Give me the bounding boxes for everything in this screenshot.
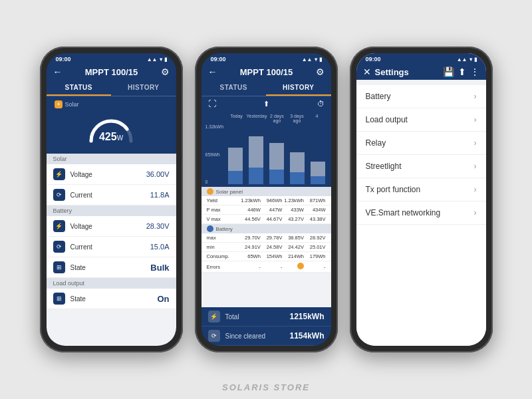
vmax-2days: 43.27V — [282, 216, 304, 222]
yield-yesterday: 946Wh — [261, 198, 283, 203]
settings-button-2[interactable]: ⚙ — [316, 66, 325, 77]
status-icons-1: ▲▲ ▾ ▮ — [147, 57, 167, 63]
bar-2days-bottom — [269, 170, 284, 184]
more-icon[interactable]: ⋮ — [470, 66, 479, 77]
settings-battery-label: Battery — [366, 92, 474, 101]
consump-3days: 179Wh — [304, 253, 326, 259]
chevron-streetlight: › — [474, 162, 477, 171]
share-icon[interactable]: ⬆ — [263, 100, 269, 108]
tab-status-1[interactable]: STATUS — [47, 80, 112, 96]
solar-current-label: Current — [70, 192, 150, 199]
status-icons-2: ▲▲ ▾ ▮ — [302, 57, 322, 63]
wifi-icon-2: ▾ — [315, 57, 317, 63]
settings-item-streetlight[interactable]: Streetlight › — [356, 155, 486, 178]
settings-item-load[interactable]: Load output › — [356, 108, 486, 132]
signal-icon-2: ▲▲ — [302, 57, 313, 63]
settings-item-relay[interactable]: Relay › — [356, 132, 486, 155]
settings-item-battery[interactable]: Battery › — [356, 85, 486, 108]
chart-wrapper: 1.32kWh 659Wh 0 — [205, 124, 327, 184]
tab-status-2[interactable]: STATUS — [201, 80, 267, 96]
gauge-value: 425W — [84, 131, 138, 143]
batt-max-today: 29.70V — [239, 235, 261, 241]
back-button-1[interactable]: ← — [53, 66, 63, 77]
settings-item-vesmart[interactable]: VE.Smart networking › — [356, 201, 486, 225]
chart-area: Today Yesterday 2 days ago 3 days ago 4 … — [201, 111, 331, 187]
errors-today: - — [239, 264, 261, 270]
phone-3: 09:00 ▲▲ ▾ ▮ ✕ Settings 💾 ⬆ ⋮ Battery › … — [350, 47, 493, 352]
settings-item-txport[interactable]: Tx port function › — [356, 178, 486, 201]
tab-history-1[interactable]: HISTORY — [111, 80, 176, 96]
load-state-row: ⊞ State On — [47, 289, 176, 309]
close-button[interactable]: ✕ — [363, 66, 371, 77]
total-label: Total — [225, 313, 290, 321]
pmax-yesterday: 447W — [261, 207, 283, 213]
history-toolbar: ⛶ ⬆ ⏱ — [201, 96, 331, 111]
battery-current-label: Current — [70, 243, 150, 251]
settings-button-1[interactable]: ⚙ — [161, 66, 170, 77]
pmax-today: 446W — [239, 207, 261, 213]
solar-voltage-row: ⚡ Voltage 36.00V — [47, 164, 176, 185]
battery-icon: ▮ — [164, 57, 167, 63]
solar-voltage-label: Voltage — [70, 171, 146, 178]
settings-vesmart-label: VE.Smart networking — [366, 208, 474, 217]
total-icon: ⚡ — [208, 311, 220, 323]
share-icon-settings[interactable]: ⬆ — [458, 66, 466, 77]
battery-dot — [207, 225, 213, 232]
battery-voltage-row: ⚡ Voltage 28.30V — [47, 216, 176, 237]
settings-list: Battery › Load output › Relay › Streetli… — [356, 85, 486, 346]
phone-1-screen: 09:00 ▲▲ ▾ ▮ ← MPPT 100/15 ⚙ STATUS HIST… — [47, 53, 176, 346]
vmax-3days: 43.38V — [304, 216, 326, 222]
errors-3days: - — [304, 264, 326, 270]
solar-icon: ☀ — [55, 100, 63, 108]
time-3: 09:00 — [366, 56, 381, 63]
solar-voltage-value: 36.00V — [146, 170, 170, 178]
back-button-2[interactable]: ← — [208, 66, 217, 77]
batt-min-label: min — [207, 244, 239, 250]
bar-yesterday-top — [249, 136, 263, 168]
expand-icon[interactable]: ⛶ — [208, 99, 216, 108]
chevron-battery: › — [474, 92, 477, 101]
settings-title: Settings — [375, 67, 439, 77]
current-icon-solar: ⟳ — [53, 189, 65, 201]
wifi-icon: ▾ — [160, 57, 162, 63]
consump-2days: 214Wh — [282, 253, 304, 259]
settings-streetlight-label: Streetlight — [366, 162, 474, 171]
phone-3-screen: 09:00 ▲▲ ▾ ▮ ✕ Settings 💾 ⬆ ⋮ Battery › … — [356, 53, 486, 346]
col-label-3days: 3 days ago — [287, 114, 307, 123]
since-cleared-icon: ⟳ — [208, 330, 220, 342]
chart-bars — [227, 124, 327, 184]
settings-txport-label: Tx port function — [366, 185, 474, 194]
col-label-2days: 2 days ago — [267, 114, 287, 123]
solar-section-header: Solar — [47, 154, 176, 164]
batt-max-label: max — [207, 235, 239, 241]
hist-errors-row: Errors - - - — [201, 261, 331, 273]
col-label-4: 4 — [307, 114, 327, 123]
bar-2days-top — [269, 143, 284, 170]
settings-load-label: Load output — [366, 115, 474, 124]
batt-max-yesterday: 29.78V — [261, 235, 283, 241]
app-header-1: ← MPPT 100/15 ⚙ — [47, 64, 176, 80]
total-row: ⚡ Total 1215kWh — [201, 307, 331, 327]
batt-max-3days: 28.92V — [304, 235, 326, 241]
status-bar-3: 09:00 ▲▲ ▾ ▮ — [356, 53, 486, 64]
gauge-container: 425W — [55, 108, 168, 147]
current-icon-battery: ⟳ — [53, 241, 65, 253]
settings-gap — [356, 80, 486, 85]
save-icon[interactable]: 💾 — [443, 66, 454, 77]
bar-yesterday — [247, 136, 265, 184]
total-value: 1215kWh — [289, 312, 324, 321]
data-section-1: Solar ⚡ Voltage 36.00V ⟳ Current 11.8A B… — [47, 154, 176, 346]
vmax-today: 44.56V — [239, 216, 261, 222]
tabs-2: STATUS HISTORY — [201, 80, 331, 96]
hist-batt-min-row: min 24.91V 24.58V 24.42V 25.01V — [201, 243, 331, 252]
bar-3days-bottom — [290, 172, 305, 184]
solar-dot — [207, 188, 213, 195]
wifi-icon-3: ▾ — [469, 57, 472, 63]
tab-history-2[interactable]: HISTORY — [266, 80, 331, 96]
clock-icon[interactable]: ⏱ — [317, 100, 325, 108]
yield-today: 1.23kWh — [239, 198, 261, 203]
status-bar-1: 09:00 ▲▲ ▾ ▮ — [47, 53, 176, 64]
battery-section-header: Battery — [47, 205, 176, 216]
voltage-icon-solar: ⚡ — [53, 168, 65, 180]
hist-batt-max-row: max 29.70V 29.78V 38.85V 28.92V — [201, 233, 331, 243]
